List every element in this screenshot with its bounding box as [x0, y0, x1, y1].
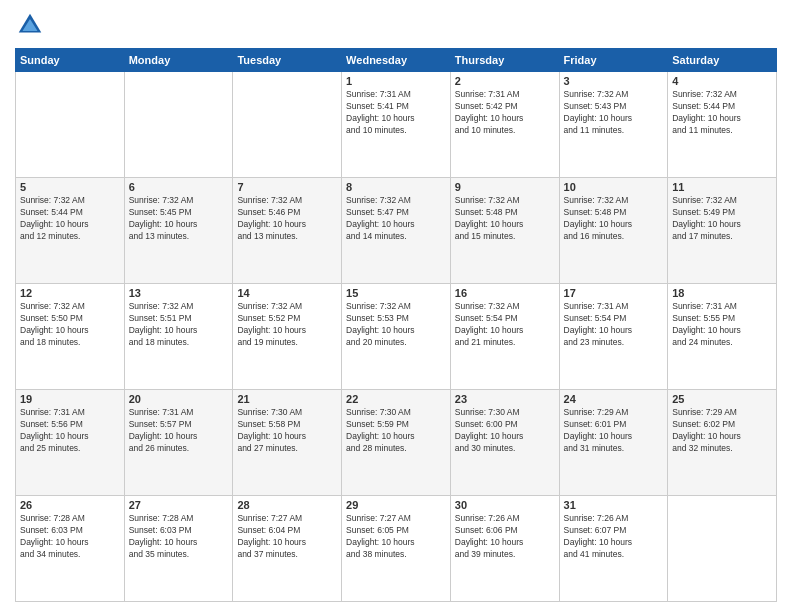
- day-info: Sunrise: 7:32 AM Sunset: 5:48 PM Dayligh…: [455, 195, 555, 243]
- day-number: 16: [455, 287, 555, 299]
- day-cell: 9Sunrise: 7:32 AM Sunset: 5:48 PM Daylig…: [450, 178, 559, 284]
- day-number: 19: [20, 393, 120, 405]
- weekday-header-sunday: Sunday: [16, 49, 125, 72]
- day-info: Sunrise: 7:32 AM Sunset: 5:46 PM Dayligh…: [237, 195, 337, 243]
- day-info: Sunrise: 7:30 AM Sunset: 6:00 PM Dayligh…: [455, 407, 555, 455]
- day-number: 28: [237, 499, 337, 511]
- day-cell: 6Sunrise: 7:32 AM Sunset: 5:45 PM Daylig…: [124, 178, 233, 284]
- day-cell: 16Sunrise: 7:32 AM Sunset: 5:54 PM Dayli…: [450, 284, 559, 390]
- day-cell: 21Sunrise: 7:30 AM Sunset: 5:58 PM Dayli…: [233, 390, 342, 496]
- day-info: Sunrise: 7:32 AM Sunset: 5:54 PM Dayligh…: [455, 301, 555, 349]
- day-number: 14: [237, 287, 337, 299]
- day-info: Sunrise: 7:29 AM Sunset: 6:02 PM Dayligh…: [672, 407, 772, 455]
- day-number: 9: [455, 181, 555, 193]
- day-cell: 8Sunrise: 7:32 AM Sunset: 5:47 PM Daylig…: [342, 178, 451, 284]
- day-cell: 23Sunrise: 7:30 AM Sunset: 6:00 PM Dayli…: [450, 390, 559, 496]
- day-cell: 10Sunrise: 7:32 AM Sunset: 5:48 PM Dayli…: [559, 178, 668, 284]
- day-info: Sunrise: 7:30 AM Sunset: 5:58 PM Dayligh…: [237, 407, 337, 455]
- day-cell: [233, 72, 342, 178]
- day-number: 23: [455, 393, 555, 405]
- day-cell: 2Sunrise: 7:31 AM Sunset: 5:42 PM Daylig…: [450, 72, 559, 178]
- day-cell: 12Sunrise: 7:32 AM Sunset: 5:50 PM Dayli…: [16, 284, 125, 390]
- day-info: Sunrise: 7:26 AM Sunset: 6:06 PM Dayligh…: [455, 513, 555, 561]
- day-info: Sunrise: 7:30 AM Sunset: 5:59 PM Dayligh…: [346, 407, 446, 455]
- weekday-header-tuesday: Tuesday: [233, 49, 342, 72]
- day-number: 10: [564, 181, 664, 193]
- day-info: Sunrise: 7:32 AM Sunset: 5:44 PM Dayligh…: [672, 89, 772, 137]
- day-cell: 1Sunrise: 7:31 AM Sunset: 5:41 PM Daylig…: [342, 72, 451, 178]
- day-info: Sunrise: 7:28 AM Sunset: 6:03 PM Dayligh…: [129, 513, 229, 561]
- day-cell: 30Sunrise: 7:26 AM Sunset: 6:06 PM Dayli…: [450, 496, 559, 602]
- day-info: Sunrise: 7:31 AM Sunset: 5:56 PM Dayligh…: [20, 407, 120, 455]
- weekday-header-friday: Friday: [559, 49, 668, 72]
- page: SundayMondayTuesdayWednesdayThursdayFrid…: [0, 0, 792, 612]
- day-info: Sunrise: 7:32 AM Sunset: 5:49 PM Dayligh…: [672, 195, 772, 243]
- day-info: Sunrise: 7:32 AM Sunset: 5:52 PM Dayligh…: [237, 301, 337, 349]
- day-cell: [124, 72, 233, 178]
- day-number: 13: [129, 287, 229, 299]
- day-cell: 31Sunrise: 7:26 AM Sunset: 6:07 PM Dayli…: [559, 496, 668, 602]
- day-number: 6: [129, 181, 229, 193]
- header: [15, 10, 777, 40]
- day-info: Sunrise: 7:31 AM Sunset: 5:55 PM Dayligh…: [672, 301, 772, 349]
- week-row-2: 12Sunrise: 7:32 AM Sunset: 5:50 PM Dayli…: [16, 284, 777, 390]
- day-info: Sunrise: 7:31 AM Sunset: 5:41 PM Dayligh…: [346, 89, 446, 137]
- day-cell: 14Sunrise: 7:32 AM Sunset: 5:52 PM Dayli…: [233, 284, 342, 390]
- day-number: 1: [346, 75, 446, 87]
- day-info: Sunrise: 7:29 AM Sunset: 6:01 PM Dayligh…: [564, 407, 664, 455]
- week-row-1: 5Sunrise: 7:32 AM Sunset: 5:44 PM Daylig…: [16, 178, 777, 284]
- day-number: 29: [346, 499, 446, 511]
- day-info: Sunrise: 7:31 AM Sunset: 5:54 PM Dayligh…: [564, 301, 664, 349]
- day-info: Sunrise: 7:27 AM Sunset: 6:05 PM Dayligh…: [346, 513, 446, 561]
- day-number: 31: [564, 499, 664, 511]
- day-cell: 11Sunrise: 7:32 AM Sunset: 5:49 PM Dayli…: [668, 178, 777, 284]
- day-info: Sunrise: 7:32 AM Sunset: 5:48 PM Dayligh…: [564, 195, 664, 243]
- logo-icon: [15, 10, 45, 40]
- day-info: Sunrise: 7:32 AM Sunset: 5:44 PM Dayligh…: [20, 195, 120, 243]
- day-info: Sunrise: 7:32 AM Sunset: 5:43 PM Dayligh…: [564, 89, 664, 137]
- day-cell: [16, 72, 125, 178]
- day-cell: 13Sunrise: 7:32 AM Sunset: 5:51 PM Dayli…: [124, 284, 233, 390]
- day-number: 12: [20, 287, 120, 299]
- weekday-header-saturday: Saturday: [668, 49, 777, 72]
- day-cell: 18Sunrise: 7:31 AM Sunset: 5:55 PM Dayli…: [668, 284, 777, 390]
- day-info: Sunrise: 7:31 AM Sunset: 5:42 PM Dayligh…: [455, 89, 555, 137]
- day-cell: 29Sunrise: 7:27 AM Sunset: 6:05 PM Dayli…: [342, 496, 451, 602]
- day-number: 20: [129, 393, 229, 405]
- day-cell: 5Sunrise: 7:32 AM Sunset: 5:44 PM Daylig…: [16, 178, 125, 284]
- day-number: 24: [564, 393, 664, 405]
- week-row-4: 26Sunrise: 7:28 AM Sunset: 6:03 PM Dayli…: [16, 496, 777, 602]
- day-info: Sunrise: 7:31 AM Sunset: 5:57 PM Dayligh…: [129, 407, 229, 455]
- day-cell: 26Sunrise: 7:28 AM Sunset: 6:03 PM Dayli…: [16, 496, 125, 602]
- day-cell: [668, 496, 777, 602]
- day-number: 3: [564, 75, 664, 87]
- day-info: Sunrise: 7:32 AM Sunset: 5:50 PM Dayligh…: [20, 301, 120, 349]
- day-number: 4: [672, 75, 772, 87]
- day-cell: 20Sunrise: 7:31 AM Sunset: 5:57 PM Dayli…: [124, 390, 233, 496]
- day-number: 18: [672, 287, 772, 299]
- weekday-header-wednesday: Wednesday: [342, 49, 451, 72]
- day-info: Sunrise: 7:32 AM Sunset: 5:45 PM Dayligh…: [129, 195, 229, 243]
- day-number: 26: [20, 499, 120, 511]
- week-row-0: 1Sunrise: 7:31 AM Sunset: 5:41 PM Daylig…: [16, 72, 777, 178]
- day-number: 2: [455, 75, 555, 87]
- day-number: 7: [237, 181, 337, 193]
- day-number: 15: [346, 287, 446, 299]
- day-cell: 28Sunrise: 7:27 AM Sunset: 6:04 PM Dayli…: [233, 496, 342, 602]
- day-cell: 4Sunrise: 7:32 AM Sunset: 5:44 PM Daylig…: [668, 72, 777, 178]
- day-info: Sunrise: 7:26 AM Sunset: 6:07 PM Dayligh…: [564, 513, 664, 561]
- day-info: Sunrise: 7:27 AM Sunset: 6:04 PM Dayligh…: [237, 513, 337, 561]
- day-cell: 19Sunrise: 7:31 AM Sunset: 5:56 PM Dayli…: [16, 390, 125, 496]
- day-cell: 27Sunrise: 7:28 AM Sunset: 6:03 PM Dayli…: [124, 496, 233, 602]
- weekday-header-monday: Monday: [124, 49, 233, 72]
- day-number: 27: [129, 499, 229, 511]
- weekday-header-thursday: Thursday: [450, 49, 559, 72]
- day-cell: 24Sunrise: 7:29 AM Sunset: 6:01 PM Dayli…: [559, 390, 668, 496]
- week-row-3: 19Sunrise: 7:31 AM Sunset: 5:56 PM Dayli…: [16, 390, 777, 496]
- day-number: 22: [346, 393, 446, 405]
- day-cell: 7Sunrise: 7:32 AM Sunset: 5:46 PM Daylig…: [233, 178, 342, 284]
- day-cell: 22Sunrise: 7:30 AM Sunset: 5:59 PM Dayli…: [342, 390, 451, 496]
- day-info: Sunrise: 7:32 AM Sunset: 5:47 PM Dayligh…: [346, 195, 446, 243]
- day-info: Sunrise: 7:32 AM Sunset: 5:53 PM Dayligh…: [346, 301, 446, 349]
- day-cell: 17Sunrise: 7:31 AM Sunset: 5:54 PM Dayli…: [559, 284, 668, 390]
